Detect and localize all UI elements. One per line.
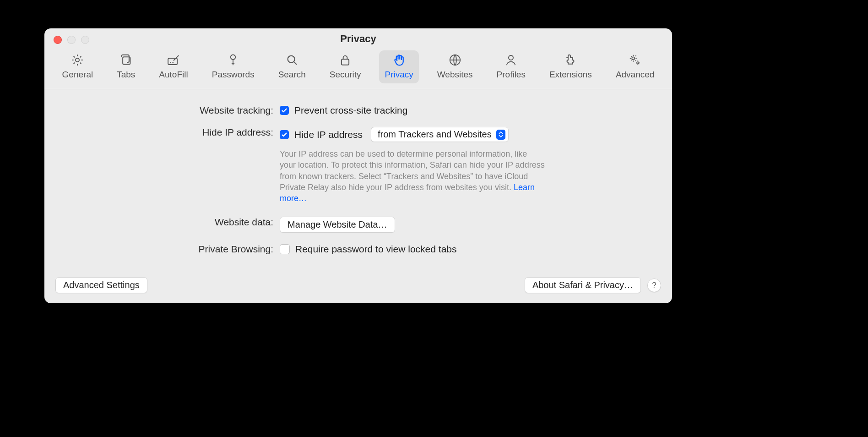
person-icon — [504, 53, 518, 67]
svg-point-9 — [637, 62, 639, 64]
tab-label: Profiles — [497, 70, 526, 80]
updown-icon — [496, 130, 505, 140]
svg-rect-5 — [342, 59, 349, 65]
preferences-window: Privacy General Tabs AutoFill Passwords — [44, 28, 672, 303]
autofill-icon — [167, 53, 180, 67]
checkbox-label: Require password to view locked tabs — [295, 244, 457, 255]
checkbox-icon — [280, 106, 289, 115]
svg-point-4 — [288, 56, 294, 63]
dropdown-value: from Trackers and Websites — [378, 129, 496, 140]
tab-label: Privacy — [385, 70, 413, 80]
svg-point-0 — [76, 58, 79, 62]
search-icon — [285, 53, 299, 67]
gears-icon — [628, 53, 642, 67]
lock-icon — [338, 53, 352, 67]
checkbox-label: Prevent cross-site tracking — [294, 105, 407, 116]
checkbox-icon — [280, 130, 289, 139]
row-hide-ip-desc: Your IP address can be used to determine… — [63, 147, 654, 204]
bottom-bar: Advanced Settings About Safari & Privacy… — [44, 277, 672, 293]
tab-label: AutoFill — [159, 70, 188, 80]
tab-autofill[interactable]: AutoFill — [153, 50, 193, 83]
row-website-tracking: Website tracking: Prevent cross-site tra… — [63, 105, 654, 116]
tab-label: Websites — [437, 70, 473, 80]
tab-advanced[interactable]: Advanced — [610, 50, 660, 83]
checkbox-icon — [280, 244, 290, 254]
tab-profiles[interactable]: Profiles — [491, 50, 531, 83]
dropdown-hide-ip-scope[interactable]: from Trackers and Websites — [371, 127, 509, 142]
hide-ip-description: Your IP address can be used to determine… — [280, 148, 545, 204]
tab-general[interactable]: General — [57, 50, 99, 83]
manage-website-data-button[interactable]: Manage Website Data… — [280, 217, 395, 233]
tab-label: Search — [278, 70, 306, 80]
tabs-icon — [119, 53, 133, 67]
label-hide-ip: Hide IP address: — [63, 127, 280, 138]
checkbox-label: Hide IP address — [294, 129, 363, 140]
row-website-data: Website data: Manage Website Data… — [63, 217, 654, 233]
about-safari-privacy-button[interactable]: About Safari & Privacy… — [525, 277, 641, 293]
advanced-settings-button[interactable]: Advanced Settings — [55, 277, 147, 293]
row-private-browsing: Private Browsing: Require password to vi… — [63, 244, 654, 257]
svg-rect-2 — [168, 58, 177, 65]
tab-label: Extensions — [549, 70, 592, 80]
gear-icon — [71, 53, 84, 67]
key-icon — [226, 53, 240, 67]
help-button[interactable]: ? — [647, 279, 661, 292]
tab-security[interactable]: Security — [324, 50, 367, 83]
label-website-tracking: Website tracking: — [63, 105, 280, 116]
tab-label: Advanced — [616, 70, 655, 80]
checkbox-hide-ip[interactable]: Hide IP address — [280, 129, 363, 140]
tab-label: General — [62, 70, 93, 80]
tab-privacy[interactable]: Privacy — [379, 50, 418, 83]
svg-point-3 — [231, 55, 236, 60]
globe-icon — [448, 53, 462, 67]
hand-icon — [392, 53, 406, 67]
tab-extensions[interactable]: Extensions — [544, 50, 597, 83]
description-text: Your IP address can be used to determine… — [280, 149, 545, 192]
label-website-data: Website data: — [63, 217, 280, 228]
tab-search[interactable]: Search — [273, 50, 311, 83]
tab-tabs[interactable]: Tabs — [111, 50, 141, 83]
window-title: Privacy — [44, 33, 672, 45]
tab-label: Passwords — [212, 70, 255, 80]
svg-point-7 — [509, 55, 513, 60]
row-hide-ip: Hide IP address: Hide IP address from Tr… — [63, 127, 654, 142]
svg-point-8 — [632, 57, 635, 60]
checkbox-prevent-cross-site[interactable]: Prevent cross-site tracking — [280, 105, 407, 116]
puzzle-icon — [564, 53, 577, 67]
tab-label: Security — [330, 70, 361, 80]
titlebar: Privacy — [44, 28, 672, 49]
tab-websites[interactable]: Websites — [432, 50, 478, 83]
content-area: Website tracking: Prevent cross-site tra… — [44, 89, 672, 257]
label-private-browsing: Private Browsing: — [63, 244, 280, 255]
tab-passwords[interactable]: Passwords — [206, 50, 260, 83]
checkbox-require-password[interactable]: Require password to view locked tabs — [280, 244, 457, 255]
preferences-toolbar: General Tabs AutoFill Passwords Search — [44, 49, 672, 89]
tab-label: Tabs — [117, 70, 135, 80]
